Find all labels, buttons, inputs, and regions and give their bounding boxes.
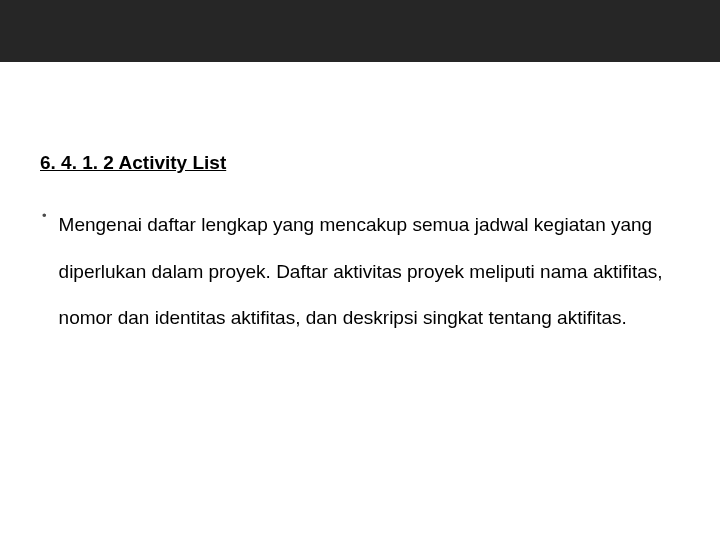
- section-heading: 6. 4. 1. 2 Activity List: [40, 152, 680, 174]
- bullet-marker: •: [40, 202, 59, 230]
- bullet-text: Mengenai daftar lengkap yang mencakup se…: [59, 202, 680, 342]
- bullet-item: • Mengenai daftar lengkap yang mencakup …: [40, 202, 680, 342]
- slide-top-bar: [0, 0, 720, 62]
- slide-content: 6. 4. 1. 2 Activity List • Mengenai daft…: [0, 62, 720, 342]
